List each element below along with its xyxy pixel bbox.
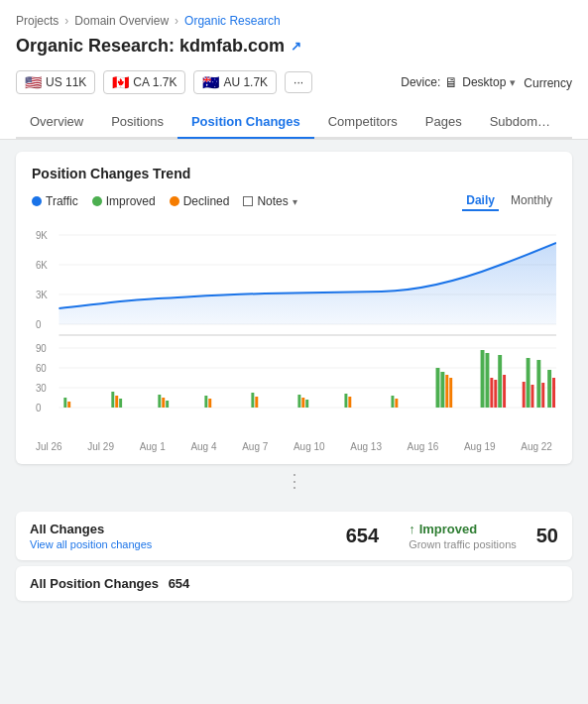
svg-rect-36 (440, 372, 444, 408)
filter-au-label: AU 1.7K (223, 75, 268, 89)
x-axis-labels: Jul 26 Jul 29 Aug 1 Aug 4 Aug 7 Aug 10 A… (32, 441, 556, 452)
breadcrumb-projects[interactable]: Projects (16, 14, 59, 28)
view-daily[interactable]: Daily (462, 191, 499, 211)
chart-area: 9K 6K 3K 0 (32, 221, 556, 439)
device-value: Desktop (462, 75, 506, 89)
all-position-label: All Position Changes (30, 576, 159, 591)
svg-rect-50 (547, 370, 551, 408)
svg-rect-47 (531, 385, 534, 408)
improved-sub: Grown traffic positions (409, 538, 517, 550)
svg-rect-37 (445, 375, 448, 408)
legend-traffic-label: Traffic (46, 194, 78, 208)
svg-rect-29 (301, 398, 304, 408)
bar-improved (63, 398, 66, 408)
x-label-jul26: Jul 26 (36, 441, 62, 452)
svg-rect-22 (162, 398, 165, 408)
improved-stat: ↑ Improved Grown traffic positions (409, 522, 517, 550)
improved-arrow-icon: ↑ (409, 522, 415, 536)
svg-rect-17 (67, 402, 70, 408)
currency-selector[interactable]: Currency (524, 75, 572, 90)
svg-text:60: 60 (36, 363, 47, 374)
tab-competitors[interactable]: Competitors (314, 106, 412, 139)
svg-text:6K: 6K (36, 260, 48, 271)
svg-rect-24 (204, 396, 207, 408)
svg-rect-18 (111, 392, 114, 408)
x-label-aug1: Aug 1 (140, 441, 166, 452)
au-flag-icon: 🇦🇺 (202, 74, 219, 90)
all-changes-card: All Changes View all position changes 65… (16, 512, 572, 560)
view-monthly[interactable]: Monthly (507, 191, 556, 211)
svg-rect-42 (494, 380, 497, 408)
filter-us[interactable]: 🇺🇸 US 11K (16, 70, 95, 94)
tab-subdomains[interactable]: Subdom… (476, 106, 564, 139)
tab-position-changes[interactable]: Position Changes (177, 106, 314, 139)
x-label-jul29: Jul 29 (87, 441, 114, 452)
svg-rect-51 (552, 378, 555, 408)
page-title: Organic Research: kdmfab.com ↗ (16, 32, 572, 64)
svg-rect-49 (541, 383, 544, 408)
all-position-changes-bar: All Position Changes 654 (16, 566, 572, 601)
filter-au[interactable]: 🇦🇺 AU 1.7K (193, 70, 277, 94)
filter-ca[interactable]: 🇨🇦 CA 1.7K (103, 70, 185, 94)
svg-rect-25 (208, 399, 211, 408)
chart-title: Position Changes Trend (32, 166, 556, 181)
device-chevron-icon: ▾ (510, 76, 516, 89)
x-label-aug4: Aug 4 (190, 441, 216, 452)
svg-rect-41 (490, 378, 493, 408)
svg-rect-30 (305, 400, 308, 408)
filter-more-label: ··· (294, 75, 303, 89)
svg-rect-48 (536, 360, 540, 408)
device-label: Device: (401, 75, 440, 89)
filter-ca-label: CA 1.7K (133, 75, 176, 89)
breadcrumb-domain-overview[interactable]: Domain Overview (74, 14, 169, 28)
svg-rect-45 (523, 382, 526, 408)
svg-rect-44 (503, 375, 506, 408)
svg-rect-27 (255, 397, 258, 408)
bottom-section: All Changes View all position changes 65… (16, 512, 572, 601)
traffic-area (59, 243, 556, 324)
top-bar: Projects › Domain Overview › Organic Res… (0, 0, 588, 140)
svg-rect-20 (119, 399, 122, 408)
legend-declined[interactable]: Declined (170, 194, 230, 208)
svg-rect-39 (481, 350, 485, 408)
scroll-hint: ⋮ (16, 464, 572, 498)
svg-rect-34 (395, 399, 398, 408)
tab-pages[interactable]: Pages (412, 106, 476, 139)
svg-rect-38 (449, 378, 452, 408)
svg-rect-23 (166, 401, 169, 408)
filter-more[interactable]: ··· (285, 71, 312, 93)
legend-declined-label: Declined (183, 194, 230, 208)
svg-rect-19 (115, 396, 118, 408)
legend-improved[interactable]: Improved (92, 194, 156, 208)
breadcrumb-sep2: › (175, 14, 178, 28)
legend-notes-label: Notes (257, 194, 288, 208)
x-label-aug22: Aug 22 (521, 441, 552, 452)
svg-text:0: 0 (36, 319, 42, 330)
currency-label: Currency (524, 76, 572, 90)
legend-traffic[interactable]: Traffic (32, 194, 78, 208)
svg-text:30: 30 (36, 383, 47, 394)
svg-rect-33 (391, 396, 394, 408)
notes-chevron-icon: ▾ (293, 196, 297, 207)
tab-positions[interactable]: Positions (97, 106, 177, 139)
all-changes-sub[interactable]: View all position changes (30, 538, 336, 550)
svg-text:9K: 9K (36, 230, 48, 241)
chart-card: Position Changes Trend Traffic Improved … (16, 152, 572, 464)
external-link-icon[interactable]: ↗ (291, 39, 301, 54)
improved-dot-icon (92, 196, 102, 206)
device-selector[interactable]: Device: 🖥 Desktop ▾ (401, 74, 516, 90)
legend-row: Traffic Improved Declined Notes ▾ Daily … (32, 191, 556, 211)
breadcrumb-organic-research[interactable]: Organic Research (184, 14, 281, 28)
view-toggle: Daily Monthly (462, 191, 556, 211)
all-position-value: 654 (169, 576, 190, 591)
svg-rect-32 (348, 397, 351, 408)
legend-improved-label: Improved (106, 194, 156, 208)
svg-rect-31 (344, 394, 347, 408)
legend-notes[interactable]: Notes ▾ (243, 194, 296, 208)
svg-rect-35 (436, 368, 440, 408)
ca-flag-icon: 🇨🇦 (112, 74, 129, 90)
svg-rect-40 (485, 353, 489, 408)
breadcrumb: Projects › Domain Overview › Organic Res… (16, 8, 572, 32)
breadcrumb-sep1: › (64, 14, 68, 28)
tab-overview[interactable]: Overview (16, 106, 97, 139)
